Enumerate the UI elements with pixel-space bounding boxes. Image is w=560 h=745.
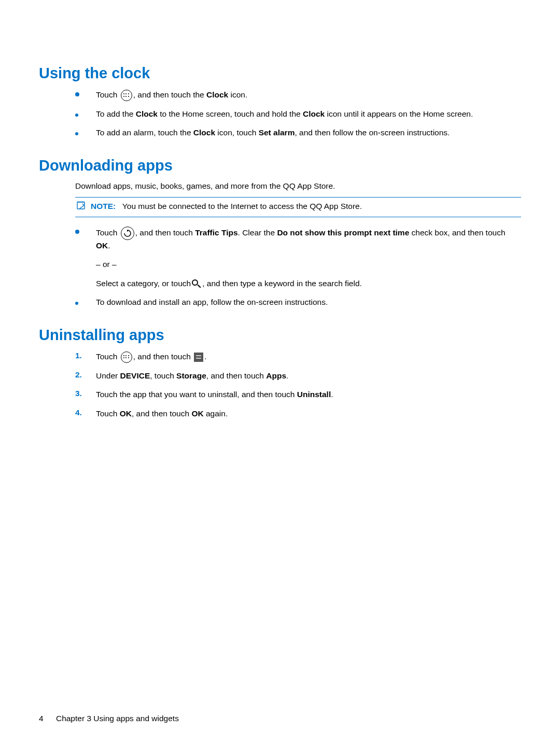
uninstall-list: 1. Touch , and then touch . 2. Under DEV… (75, 351, 521, 419)
list-item-body: Touch OK, and then touch OK again. (96, 408, 521, 419)
text: , and then touch (135, 228, 195, 237)
bold-text: Clock (303, 109, 325, 118)
paragraph: Download apps, music, books, games, and … (75, 180, 521, 192)
heading-downloading-apps: Downloading apps (39, 154, 521, 176)
search-icon (192, 279, 201, 289)
note-content: NOTE: You must be connected to the Inter… (91, 201, 362, 212)
bold-text: OK (96, 241, 108, 250)
list-item-body: Touch , and then touch . (96, 351, 521, 363)
settings-icon (194, 353, 203, 362)
text: , and then follow the on-screen instruct… (295, 128, 450, 137)
bullet-small-icon (75, 127, 96, 135)
list-item: 2. Under DEVICE, touch Storage, and then… (75, 370, 521, 382)
text: . (204, 352, 206, 361)
text: Select a category, or touch (96, 279, 191, 288)
list-item: To add the Clock to the Home screen, tou… (75, 108, 521, 120)
list-item-body: Touch , and then touch the Clock icon. (96, 89, 521, 101)
step-number: 2. (75, 369, 96, 381)
note-icon (76, 201, 87, 210)
text: , and then touch (206, 371, 266, 380)
text: icon, touch (215, 128, 259, 137)
bullet-small-icon (75, 297, 96, 305)
text: Touch (96, 409, 120, 418)
text: . (108, 241, 110, 250)
note-text: You must be connected to the Internet to… (122, 202, 362, 210)
text: To download and install an app, follow t… (96, 297, 521, 308)
heading-uninstalling-apps: Uninstalling apps (39, 324, 521, 346)
list-item-body: To download and install an app, follow t… (96, 297, 521, 308)
text: . (286, 371, 288, 380)
bold-text: Clock (193, 128, 215, 137)
bold-text: Traffic Tips (195, 228, 237, 237)
list-item: 3. Touch the app that you want to uninst… (75, 389, 521, 400)
text: check box, and then touch (409, 228, 505, 237)
list-item-body: Under DEVICE, touch Storage, and then to… (96, 370, 521, 382)
bullet-big-icon (75, 89, 96, 96)
bold-text: Set alarm (259, 128, 295, 137)
bold-text: DEVICE (120, 371, 150, 380)
list-item: To download and install an app, follow t… (75, 297, 521, 308)
bold-text: OK (191, 409, 203, 418)
list-item-body: Touch , and then touch Traffic Tips. Cle… (96, 227, 521, 289)
list-item: To add an alarm, touch the Clock icon, t… (75, 127, 521, 138)
page-number: 4 (39, 714, 44, 723)
text: , and then type a keyword in the search … (202, 279, 362, 288)
text: icon. (228, 90, 247, 99)
bold-text: Do not show this prompt next time (277, 228, 409, 237)
note-label: NOTE: (91, 202, 116, 210)
text: To add an alarm, touch the (96, 128, 193, 137)
text: again. (204, 409, 228, 418)
note-callout: NOTE: You must be connected to the Inter… (75, 197, 521, 217)
bold-text: Clock (206, 90, 228, 99)
text: , and then touch the (133, 90, 206, 99)
list-item-body: To add the Clock to the Home screen, tou… (96, 108, 521, 120)
or-separator: – or – (96, 259, 521, 270)
text: Under (96, 371, 120, 380)
step-number: 3. (75, 388, 96, 399)
text: , and then touch (132, 409, 191, 418)
text: to the Home screen, touch and hold the (158, 109, 303, 118)
page-footer: 4 Chapter 3 Using apps and widgets (39, 713, 179, 724)
heading-using-the-clock: Using the clock (39, 62, 521, 84)
all-apps-icon (121, 90, 132, 101)
download-list: Touch , and then touch Traffic Tips. Cle… (75, 227, 521, 308)
text: Touch the app that you want to uninstall… (96, 390, 297, 399)
text: . (331, 390, 333, 399)
app-store-icon (121, 227, 134, 240)
text: Touch (96, 90, 120, 99)
list-item: Touch , and then touch Traffic Tips. Cle… (75, 227, 521, 289)
bullet-small-icon (75, 108, 96, 117)
text: , touch (150, 371, 176, 380)
bold-text: Storage (176, 371, 206, 380)
clock-list: Touch , and then touch the Clock icon. T… (75, 89, 521, 139)
bold-text: Uninstall (297, 390, 331, 399)
step-number: 4. (75, 407, 96, 418)
text: , and then touch (133, 352, 193, 361)
list-item-body: To add an alarm, touch the Clock icon, t… (96, 127, 521, 138)
text: icon until it appears on the Home screen… (325, 109, 473, 118)
text: Touch (96, 352, 120, 361)
bullet-big-icon (75, 227, 96, 234)
text: . Clear the (238, 228, 277, 237)
bold-text: Apps (266, 371, 286, 380)
bold-text: Clock (136, 109, 158, 118)
list-item: 1. Touch , and then touch . (75, 351, 521, 363)
text: To add the (96, 109, 136, 118)
step-number: 1. (75, 350, 96, 361)
document-page: Using the clock Touch , and then touch t… (0, 0, 560, 745)
list-item-body: Touch the app that you want to uninstall… (96, 389, 521, 400)
bold-text: OK (120, 409, 132, 418)
list-item: Touch , and then touch the Clock icon. (75, 89, 521, 101)
list-item: 4. Touch OK, and then touch OK again. (75, 408, 521, 419)
chapter-label: Chapter 3 Using apps and widgets (56, 714, 179, 723)
text: Touch (96, 228, 120, 237)
all-apps-icon (121, 352, 132, 363)
